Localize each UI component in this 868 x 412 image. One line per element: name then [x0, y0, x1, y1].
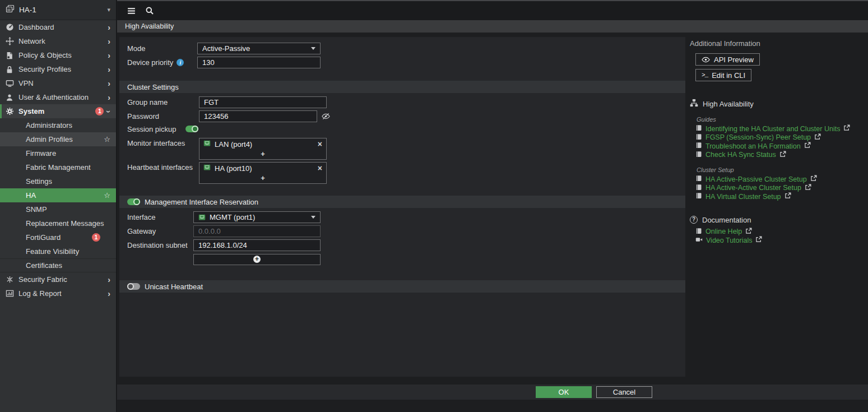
additional-information-panel: Additional Information API Preview >_ Ed…	[690, 33, 865, 245]
sidebar-item-admin-profiles[interactable]: Admin Profiles ☆	[0, 132, 116, 146]
remove-icon[interactable]: ×	[318, 140, 322, 148]
info-icon[interactable]: i	[177, 59, 184, 66]
sidebar-item-certificates[interactable]: Certificates	[0, 258, 116, 272]
interface-select[interactable]: MGMT (port1)	[193, 211, 321, 223]
password-visibility-toggle-icon[interactable]	[322, 112, 330, 121]
add-icon[interactable]: +	[199, 174, 326, 183]
monitor-icon	[4, 79, 15, 87]
sidebar-item-vpn[interactable]: VPN ›	[0, 76, 116, 90]
sidebar: HA-1 ▾ Dashboard › Network › Policy & Ob…	[0, 0, 117, 412]
sidebar-item-fortiguard[interactable]: FortiGuard 1	[0, 230, 116, 244]
device-selector[interactable]: HA-1 ▾	[0, 0, 116, 20]
chevron-right-icon: ›	[108, 24, 110, 31]
cancel-button[interactable]: Cancel	[596, 386, 652, 398]
chevron-right-icon: ›	[108, 80, 110, 87]
chevron-down-icon: ›	[105, 110, 113, 113]
chevron-right-icon: ›	[108, 38, 110, 45]
lock-icon	[4, 66, 15, 73]
sidebar-item-log-report[interactable]: Log & Report ›	[0, 286, 116, 300]
book-icon	[695, 133, 702, 142]
policy-objects-icon	[4, 52, 15, 59]
guide-link[interactable]: Identifying the HA Cluster and Cluster U…	[695, 124, 865, 133]
sidebar-item-dashboard[interactable]: Dashboard ›	[0, 20, 116, 34]
terminal-icon: >_	[702, 72, 708, 78]
sidebar-item-firmware[interactable]: Firmware	[0, 146, 116, 160]
interface-port-icon	[203, 164, 211, 173]
breadcrumb: High Availability	[117, 20, 868, 33]
group-name-label: Group name	[127, 98, 199, 107]
circle-add-icon: +	[253, 256, 261, 263]
ok-button[interactable]: OK	[536, 386, 592, 398]
documentation-section-header: ? Documentation	[690, 216, 865, 224]
sidebar-item-ha[interactable]: HA ☆	[0, 188, 116, 202]
external-link-icon	[779, 151, 786, 159]
book-icon	[695, 192, 702, 201]
cluster-setup-link[interactable]: HA Active-Active Cluster Setup	[695, 184, 865, 193]
book-icon	[695, 142, 702, 150]
book-icon	[695, 184, 702, 192]
remove-icon[interactable]: ×	[318, 164, 322, 172]
gateway-input[interactable]	[193, 225, 321, 237]
unicast-heartbeat-header: Unicast Heartbeat	[119, 280, 685, 293]
topbar	[117, 0, 868, 20]
question-circle-icon: ?	[690, 216, 698, 224]
interface-port-icon	[198, 214, 206, 221]
guide-link[interactable]: Check HA Sync Status	[695, 151, 865, 160]
unicast-heartbeat-toggle[interactable]	[127, 283, 140, 290]
session-pickup-toggle[interactable]	[185, 126, 198, 132]
gear-icon	[4, 107, 15, 115]
mode-label: Mode	[127, 44, 197, 53]
cluster-icon	[6, 4, 15, 15]
sidebar-item-settings[interactable]: Settings	[0, 174, 116, 188]
hamburger-menu-icon[interactable]	[127, 6, 136, 17]
destination-subnet-input[interactable]	[193, 239, 321, 251]
sidebar-item-feature-visibility[interactable]: Feature Visibility	[0, 244, 116, 258]
documentation-link[interactable]: Video Tutorials	[695, 236, 865, 245]
star-icon[interactable]: ☆	[104, 135, 110, 143]
external-link-icon	[814, 133, 821, 142]
external-link-icon	[843, 124, 850, 133]
heartbeat-interface-entry: HA (port10) ×	[199, 163, 326, 174]
password-label: Password	[127, 112, 199, 121]
group-name-input[interactable]	[199, 96, 327, 108]
device-priority-input[interactable]	[197, 57, 321, 68]
guide-link[interactable]: FGSP (Session-Sync) Peer Setup	[695, 133, 865, 142]
add-subnet-button[interactable]: +	[193, 254, 321, 265]
sidebar-item-user-authentication[interactable]: User & Authentication ›	[0, 90, 116, 104]
heartbeat-interfaces-box: HA (port10) × +	[199, 162, 327, 184]
video-camera-icon	[695, 236, 703, 245]
sidebar-item-policy-objects[interactable]: Policy & Objects ›	[0, 48, 116, 62]
cluster-setup-link[interactable]: HA Active-Passive Cluster Setup	[695, 175, 865, 184]
chevron-right-icon: ›	[108, 290, 110, 298]
management-reservation-toggle[interactable]	[127, 198, 140, 205]
external-link-icon	[805, 184, 811, 192]
add-icon[interactable]: +	[199, 150, 326, 159]
sidebar-item-fabric-management[interactable]: Fabric Management	[0, 160, 116, 174]
network-icon	[4, 37, 15, 45]
sidebar-item-security-profiles[interactable]: Security Profiles ›	[0, 62, 116, 76]
monitor-interface-entry: LAN (port4) ×	[199, 138, 326, 150]
sidebar-item-system[interactable]: System 1 ›	[0, 104, 116, 118]
sidebar-item-security-fabric[interactable]: Security Fabric ›	[0, 272, 116, 286]
sidebar-item-network[interactable]: Network ›	[0, 34, 116, 48]
management-interface-reservation-header: Management Interface Reservation	[119, 196, 685, 208]
session-pickup-label: Session pickup	[127, 125, 185, 133]
chevron-right-icon: ›	[108, 52, 110, 59]
password-input[interactable]	[199, 110, 317, 122]
search-icon[interactable]	[145, 6, 154, 17]
sidebar-item-snmp[interactable]: SNMP	[0, 202, 116, 216]
documentation-link[interactable]: Online Help	[695, 228, 865, 237]
star-icon[interactable]: ☆	[104, 191, 110, 200]
sidebar-item-administrators[interactable]: Administrators	[0, 118, 116, 132]
sidebar-item-replacement-messages[interactable]: Replacement Messages	[0, 216, 116, 230]
heartbeat-interfaces-label: Heartbeat interfaces	[127, 162, 199, 173]
mode-select[interactable]: Active-Passive	[197, 43, 321, 54]
external-link-icon	[804, 142, 811, 150]
chevron-right-icon: ›	[108, 66, 110, 73]
destination-subnet-label: Destination subnet	[127, 241, 193, 249]
guide-link[interactable]: Troubleshoot an HA Formation	[695, 142, 865, 151]
cluster-setup-link[interactable]: HA Virtual Cluster Setup	[695, 192, 865, 201]
edit-in-cli-button[interactable]: >_ Edit in CLI	[695, 69, 751, 81]
dashboard-icon	[4, 23, 15, 31]
api-preview-button[interactable]: API Preview	[695, 53, 760, 66]
